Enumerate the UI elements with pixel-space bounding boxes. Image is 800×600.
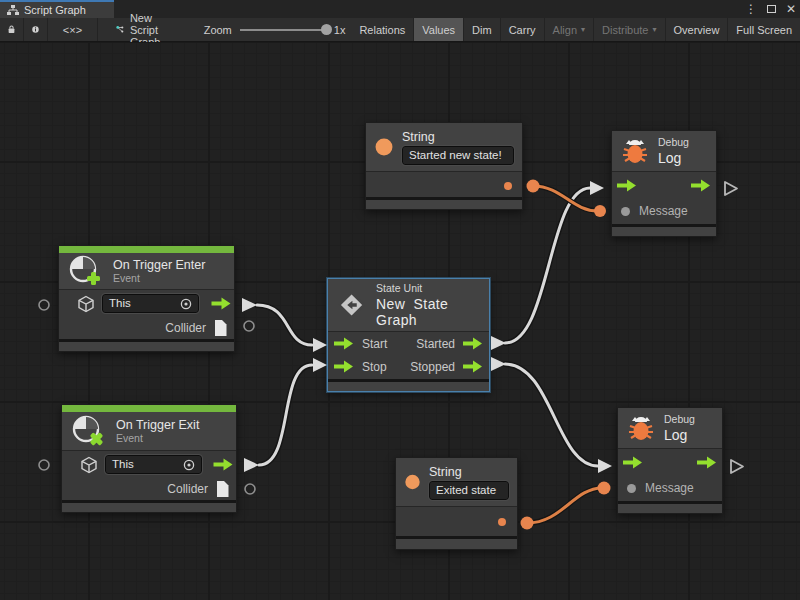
stopped-out-triangle[interactable] (491, 357, 506, 371)
kebab-menu-icon[interactable]: ⋮ (745, 3, 757, 15)
node-subtitle: Event (116, 432, 199, 444)
wire-stopped-to-log-bottom[interactable] (505, 364, 598, 466)
message-input-port[interactable] (621, 207, 630, 216)
overview-label: Overview (674, 24, 720, 36)
node-body: This Collider (59, 290, 234, 339)
lock-button[interactable] (0, 18, 24, 41)
node-on-trigger-enter[interactable]: On Trigger Enter Event This (58, 245, 235, 352)
node-string-top[interactable]: String Started new state! (365, 122, 523, 210)
dim-label: Dim (472, 24, 492, 36)
distribute-dropdown[interactable]: Distribute ▾ (594, 18, 665, 41)
node-title: On Trigger Enter (113, 258, 205, 272)
node-title: Log (658, 150, 689, 166)
chevron-down-icon: ▾ (581, 25, 585, 34)
log-top-out-hollow-triangle[interactable] (725, 182, 737, 195)
started-out-triangle[interactable] (491, 336, 506, 350)
wire-exit-to-stop[interactable] (259, 365, 312, 465)
carry-button[interactable]: Carry (501, 18, 545, 41)
event-accent-strip (59, 246, 234, 253)
flow-input-port[interactable] (623, 456, 643, 469)
tab-label: Script Graph (24, 4, 86, 16)
flow-output-port[interactable] (211, 297, 232, 310)
wire-string-bottom-to-message[interactable] (527, 488, 602, 523)
collision-enter-icon (67, 253, 103, 289)
wire-string-top-to-message[interactable] (533, 186, 598, 211)
file-icon[interactable] (214, 320, 227, 336)
flow-output-port[interactable] (213, 458, 234, 471)
node-state-unit[interactable]: State Unit New State Graph Start Started… (327, 278, 490, 392)
fullscreen-button[interactable]: Full Screen (728, 18, 800, 41)
relations-button[interactable]: Relations (351, 18, 414, 41)
exit-target-port-circle[interactable] (39, 460, 49, 470)
node-debug-log-bottom[interactable]: Debug Log Message (617, 407, 723, 514)
titlebar: Script Graph ⋮ ✕ (0, 0, 800, 18)
node-title: Log (664, 427, 695, 443)
code-icon: <×> (63, 24, 82, 36)
target-object-field[interactable]: This (105, 455, 202, 474)
align-dropdown[interactable]: Align ▾ (545, 18, 594, 41)
wire-started-to-log-top[interactable] (505, 188, 590, 343)
maximize-icon[interactable] (767, 5, 776, 13)
string-bottom-output-port[interactable] (521, 517, 534, 530)
enter-collider-port-circle[interactable] (244, 321, 254, 331)
message-input-port[interactable] (627, 484, 636, 493)
message-label: Message (645, 481, 694, 495)
start-label: Start (362, 337, 387, 351)
enter-target-port-circle[interactable] (39, 300, 49, 310)
exit-flow-out-triangle[interactable] (244, 458, 259, 472)
distribute-label: Distribute (602, 24, 648, 36)
fullscreen-label: Full Screen (736, 24, 792, 36)
start-input-port[interactable] (334, 337, 354, 350)
target-object-field[interactable]: This (102, 294, 199, 313)
started-output-port[interactable] (463, 337, 483, 350)
node-subtitle: Debug (664, 413, 695, 425)
zoom-slider[interactable] (240, 29, 326, 31)
node-title: String (402, 130, 514, 144)
node-footer (396, 539, 517, 549)
dim-button[interactable]: Dim (464, 18, 501, 41)
message-top-connected-port[interactable] (594, 205, 606, 217)
flow-output-port[interactable] (691, 179, 711, 192)
node-footer (59, 342, 234, 351)
message-bottom-connected-port[interactable] (598, 482, 611, 495)
log-top-in-triangle[interactable] (590, 181, 604, 195)
code-preview-button[interactable]: <×> (48, 18, 98, 41)
flow-input-port[interactable] (617, 179, 637, 192)
values-button[interactable]: Values (414, 18, 464, 41)
string-value-field[interactable]: Exited state (429, 481, 509, 500)
node-string-bottom[interactable]: String Exited state (395, 457, 518, 550)
wire-enter-to-start[interactable] (257, 305, 312, 345)
string-value-field[interactable]: Started new state! (402, 146, 514, 165)
unity-script-graph-window: Script Graph ⋮ ✕ <×> (0, 0, 800, 600)
graph-canvas[interactable]: String Started new state! Debug (0, 42, 800, 600)
node-body: Start Started Stop Stopped (328, 332, 489, 379)
stop-in-triangle[interactable] (313, 358, 327, 372)
stopped-output-port[interactable] (463, 360, 483, 373)
graph-tab-icon (7, 5, 19, 16)
flow-output-port[interactable] (697, 456, 717, 469)
node-debug-log-top[interactable]: Debug Log Message (611, 130, 717, 237)
enter-flow-out-triangle[interactable] (242, 298, 257, 312)
string-top-output-port[interactable] (527, 180, 540, 193)
node-subtitle: Event (113, 272, 205, 284)
tab-script-graph[interactable]: Script Graph (0, 0, 114, 18)
node-on-trigger-exit[interactable]: On Trigger Exit Event This (61, 404, 237, 513)
node-footer (618, 504, 722, 513)
window-controls: ⋮ ✕ (745, 0, 796, 18)
log-bottom-out-hollow-triangle[interactable] (731, 460, 743, 473)
start-in-triangle[interactable] (313, 338, 327, 352)
zoom-value: 1x (334, 24, 346, 36)
info-button[interactable] (24, 18, 48, 41)
log-bottom-in-triangle[interactable] (598, 459, 612, 473)
object-picker-icon[interactable] (183, 459, 195, 471)
close-icon[interactable]: ✕ (786, 3, 796, 15)
exit-collider-port-circle[interactable] (245, 484, 255, 494)
stop-input-port[interactable] (334, 360, 354, 373)
values-label: Values (422, 24, 455, 36)
file-icon[interactable] (216, 481, 229, 497)
zoom-slider-knob[interactable] (321, 24, 332, 35)
node-footer (366, 200, 522, 209)
debug-bug-icon (620, 137, 650, 165)
object-picker-icon[interactable] (180, 298, 192, 310)
overview-button[interactable]: Overview (666, 18, 729, 41)
